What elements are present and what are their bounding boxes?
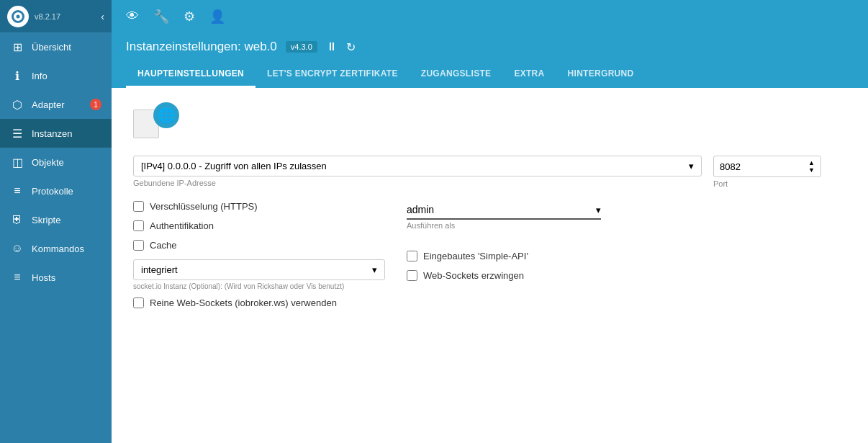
app-icon: 🌐	[133, 102, 179, 141]
tab-extra[interactable]: EXTRA	[502, 61, 556, 88]
hosts-icon: ≡	[10, 270, 24, 285]
spinner-up-icon[interactable]: ▲	[808, 159, 815, 166]
adapter-badge: 1	[90, 99, 101, 110]
cache-checkbox[interactable]	[133, 240, 144, 251]
admin-value: admin	[407, 204, 596, 215]
version-label: v8.2.17	[35, 12, 95, 21]
socketio-hint: socket.io Instanz (Optional): (Wird von …	[133, 282, 385, 290]
ip-value: [IPv4] 0.0.0.0 - Zugriff von allen IPs z…	[141, 161, 689, 171]
collapse-icon[interactable]: ‹	[101, 11, 104, 22]
cache-row: Cache	[133, 240, 385, 251]
tab-zugangsliste[interactable]: ZUGANGSLISTE	[410, 61, 503, 88]
socketio-select[interactable]: integriert ▾	[133, 259, 385, 280]
protokolle-icon: ≡	[10, 184, 24, 198]
https-checkbox[interactable]	[133, 201, 144, 212]
refresh-icon[interactable]: ↻	[346, 40, 356, 54]
content-area: Instanzeinstellungen: web.0 v4.3.0 ⏸ ↻ H…	[112, 32, 868, 443]
sidebar-label-objekte: Objekte	[32, 157, 64, 168]
sidebar-item-skripte[interactable]: ⛨ Skripte	[0, 205, 112, 234]
instanzen-icon: ☰	[10, 126, 24, 140]
pure-ws-label: Reine Web-Sockets (iobroker.ws) verwende…	[150, 297, 337, 308]
left-col: Verschlüsselung (HTTPS) Authentifikation…	[133, 201, 385, 317]
ip-select[interactable]: [IPv4] 0.0.0.0 - Zugriff von allen IPs z…	[133, 156, 702, 176]
port-field: 8082 ▲ ▼	[713, 156, 821, 177]
toolbar: 👁 🔧 ⚙ 👤	[112, 0, 868, 32]
admin-select[interactable]: admin ▾	[407, 201, 601, 220]
websockets-label: Web-Sockets erzwingen	[423, 270, 524, 281]
socketio-arrow: ▾	[372, 264, 377, 275]
socketio-group: integriert ▾ socket.io Instanz (Optional…	[133, 259, 385, 290]
sidebar-label-instanzen: Instanzen	[32, 128, 72, 139]
info-icon: ℹ	[10, 68, 24, 83]
sidebar-item-objekte[interactable]: ◫ Objekte	[0, 148, 112, 176]
sidebar-item-protokolle[interactable]: ≡ Protokolle	[0, 176, 112, 205]
ip-label: Gebundene IP-Adresse	[133, 179, 702, 187]
pure-ws-checkbox[interactable]	[133, 297, 144, 308]
simple-api-row: Eingebautes 'Simple-API'	[407, 251, 846, 261]
right-col: admin ▾ Ausführen als Eingebautes 'Simpl…	[407, 201, 846, 317]
objekte-icon: ◫	[10, 155, 24, 169]
sidebar-item-hosts[interactable]: ≡ Hosts	[0, 263, 112, 292]
gear-icon[interactable]: ⚙	[184, 9, 195, 24]
tab-letsencrypt[interactable]: LET'S ENCRYPT ZERTIFIKATE	[256, 61, 410, 88]
logo-inner	[12, 10, 24, 23]
https-label: Verschlüsselung (HTTPS)	[150, 201, 258, 212]
port-value: 8082	[720, 161, 808, 172]
ip-dropdown-arrow: ▾	[689, 161, 694, 171]
cache-label: Cache	[150, 240, 177, 251]
websockets-row: Web-Sockets erzwingen	[407, 270, 846, 281]
simple-api-label: Eingebautes 'Simple-API'	[423, 251, 528, 261]
auth-row: Authentifikation	[133, 220, 385, 231]
sidebar-label-kommandos: Kommandos	[32, 243, 84, 254]
socketio-value: integriert	[141, 264, 372, 275]
https-row: Verschlüsselung (HTTPS)	[133, 201, 385, 212]
spinner-down-icon[interactable]: ▼	[808, 166, 815, 174]
adapter-icon: ⬡	[10, 97, 24, 112]
kommandos-icon: ☺	[10, 241, 24, 256]
person-icon[interactable]: 👤	[209, 9, 225, 24]
logo	[7, 6, 29, 27]
sidebar-label-protokolle: Protokolle	[32, 186, 73, 197]
sidebar-item-kommandos[interactable]: ☺ Kommandos	[0, 234, 112, 263]
tabs-bar: HAUPTEINSTELLUNGEN LET'S ENCRYPT ZERTIFI…	[112, 61, 868, 88]
admin-group: admin ▾ Ausführen als	[407, 201, 846, 231]
sidebar: v8.2.17 ‹ ⊞ Übersicht ℹ Info ⬡ Adapter 1…	[0, 0, 112, 443]
sidebar-header: v8.2.17 ‹	[0, 0, 112, 32]
tab-haupteinstellungen[interactable]: HAUPTEINSTELLUNGEN	[126, 61, 256, 88]
sidebar-item-info[interactable]: ℹ Info	[0, 61, 112, 90]
port-spinner[interactable]: ▲ ▼	[808, 159, 815, 174]
sidebar-label-hosts: Hosts	[32, 272, 55, 283]
sidebar-item-uebersicht[interactable]: ⊞ Übersicht	[0, 32, 112, 61]
main-area: 👁 🔧 ⚙ 👤 Instanzeinstellungen: web.0 v4.3…	[112, 0, 868, 443]
sidebar-label-uebersicht: Übersicht	[32, 42, 71, 53]
sidebar-label-info: Info	[32, 71, 48, 81]
instance-header: Instanzeinstellungen: web.0 v4.3.0 ⏸ ↻	[112, 32, 868, 61]
simple-api-checkbox[interactable]	[407, 251, 417, 261]
skripte-icon: ⛨	[10, 212, 24, 227]
auth-checkbox[interactable]	[133, 220, 144, 231]
eye-icon[interactable]: 👁	[126, 9, 139, 24]
form-content: 🌐 [IPv4] 0.0.0.0 - Zugriff von allen IPs…	[112, 88, 868, 443]
admin-label: Ausführen als	[407, 221, 455, 230]
ip-field-group: [IPv4] 0.0.0.0 - Zugriff von allen IPs z…	[133, 156, 702, 187]
sidebar-label-adapter: Adapter	[32, 99, 65, 110]
sidebar-item-instanzen[interactable]: ☰ Instanzen	[0, 119, 112, 148]
instance-title: Instanzeinstellungen: web.0	[126, 40, 277, 54]
port-field-group: 8082 ▲ ▼ Port	[713, 156, 821, 188]
sidebar-item-adapter[interactable]: ⬡ Adapter 1	[0, 90, 112, 119]
tab-hintergrund[interactable]: HINTERGRUND	[556, 61, 646, 88]
sidebar-label-skripte: Skripte	[32, 215, 60, 225]
wrench-icon[interactable]: 🔧	[153, 9, 169, 24]
port-label: Port	[713, 179, 821, 188]
two-cols: Verschlüsselung (HTTPS) Authentifikation…	[133, 201, 846, 317]
admin-arrow: ▾	[596, 205, 601, 215]
globe-icon: 🌐	[153, 102, 179, 128]
version-badge: v4.3.0	[286, 41, 317, 53]
grid-icon: ⊞	[10, 40, 24, 54]
auth-label: Authentifikation	[150, 220, 214, 231]
pause-icon[interactable]: ⏸	[326, 40, 338, 53]
pure-ws-row: Reine Web-Sockets (iobroker.ws) verwende…	[133, 297, 385, 308]
websockets-checkbox[interactable]	[407, 270, 417, 281]
